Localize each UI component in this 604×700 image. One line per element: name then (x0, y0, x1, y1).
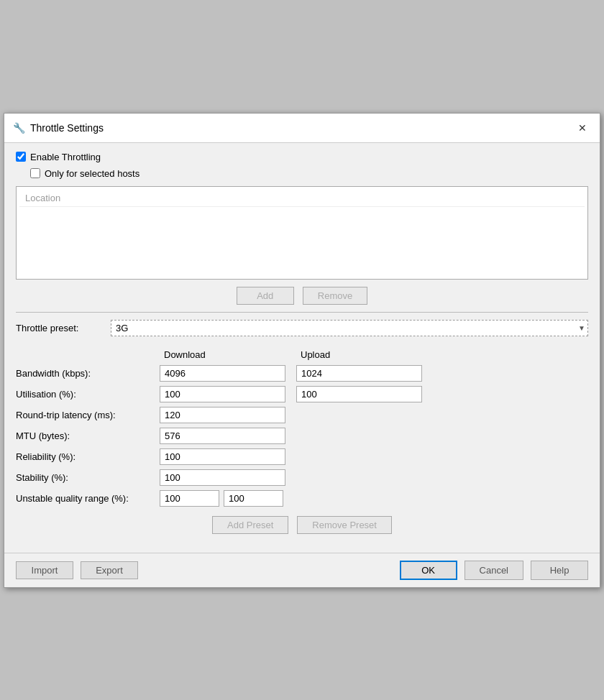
cancel-button[interactable]: Cancel (465, 561, 523, 580)
enable-throttling-checkbox[interactable] (16, 152, 26, 162)
reliability-input[interactable] (160, 448, 285, 465)
upload-header: Upload (296, 346, 433, 363)
remove-preset-button[interactable]: Remove Preset (297, 516, 392, 534)
preset-label: Throttle preset: (16, 323, 102, 333)
bandwidth-upload-input[interactable] (296, 365, 422, 382)
enable-throttling-label: Enable Throttling (30, 152, 101, 162)
hosts-buttons-row: Add Remove (16, 287, 588, 305)
only-selected-hosts-checkbox[interactable] (30, 168, 40, 178)
ok-button[interactable]: OK (400, 561, 457, 580)
title-bar-left: 🔧 Throttle Settings (13, 122, 104, 134)
preset-select[interactable]: 3G 2G 1G Custom Dial-up (111, 320, 588, 336)
only-selected-hosts-label: Only for selected hosts (45, 168, 139, 179)
preset-buttons-row: Add Preset Remove Preset (16, 516, 588, 534)
preset-select-wrapper: 3G 2G 1G Custom Dial-up ▼ (111, 320, 588, 336)
bottom-bar: Import Export OK Cancel Help (4, 553, 600, 587)
bandwidth-download-input[interactable] (160, 365, 285, 382)
enable-throttling-row: Enable Throttling (16, 152, 588, 162)
divider (16, 312, 588, 313)
roundtrip-label: Round-trip latency (ms): (16, 406, 160, 424)
add-button[interactable]: Add (237, 287, 294, 305)
title-bar: 🔧 Throttle Settings ✕ (4, 114, 600, 143)
export-button[interactable]: Export (81, 561, 138, 579)
mtu-input[interactable] (160, 428, 285, 444)
utilisation-download-input[interactable] (160, 386, 285, 402)
only-selected-hosts-row: Only for selected hosts (30, 168, 588, 179)
utilisation-label: Utilisation (%): (16, 385, 160, 403)
unstable-quality-input1[interactable] (160, 490, 219, 507)
preset-row: Throttle preset: 3G 2G 1G Custom Dial-up… (16, 320, 588, 336)
bandwidth-label: Bandwidth (kbps): (16, 364, 160, 382)
reliability-label: Reliability (%): (16, 448, 160, 466)
unstable-quality-label: Unstable quality range (%): (16, 489, 160, 507)
fields-grid: Download Upload Bandwidth (kbps): Utilis… (16, 346, 588, 509)
hosts-table[interactable]: Location (16, 186, 588, 280)
add-preset-button[interactable]: Add Preset (212, 516, 288, 534)
throttle-settings-dialog: 🔧 Throttle Settings ✕ Enable Throttling … (4, 113, 600, 588)
empty-header (16, 351, 160, 357)
unstable-quality-input2[interactable] (224, 490, 283, 507)
stability-label: Stability (%): (16, 469, 160, 487)
download-header: Download (160, 346, 296, 363)
stability-input[interactable] (160, 469, 285, 486)
utilisation-upload-input[interactable] (296, 386, 422, 402)
bottom-left-buttons: Import Export (16, 561, 138, 579)
table-column-header: Location (19, 190, 585, 207)
help-button[interactable]: Help (531, 561, 588, 580)
import-button[interactable]: Import (16, 561, 73, 579)
mtu-label: MTU (bytes): (16, 427, 160, 445)
roundtrip-input[interactable] (160, 407, 285, 423)
close-button[interactable]: ✕ (574, 119, 591, 137)
dialog-body: Enable Throttling Only for selected host… (4, 143, 600, 553)
bottom-right-buttons: OK Cancel Help (400, 561, 588, 580)
throttle-icon: 🔧 (13, 122, 24, 134)
dialog-title: Throttle Settings (30, 122, 104, 134)
remove-button[interactable]: Remove (303, 287, 367, 305)
